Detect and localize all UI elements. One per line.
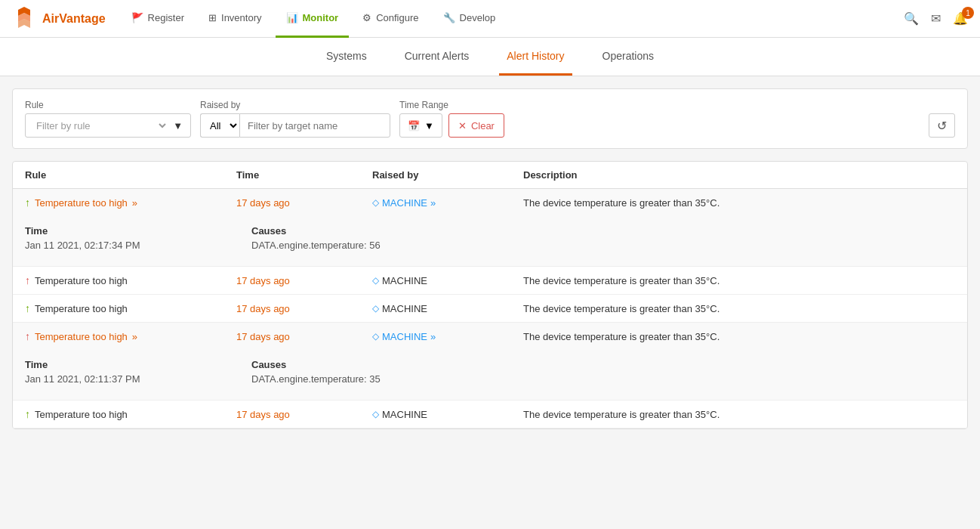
time-cell: 17 days ago [236,303,372,314]
diamond-icon: ◇ [372,197,379,208]
time-cell: 17 days ago [236,275,372,286]
rule-cell: ↑ Temperature too high » [25,330,236,342]
tab-current-alerts[interactable]: Current Alerts [397,38,477,76]
table-row: ↑ Temperature too high 17 days ago ◇ MAC… [13,267,967,295]
description-cell: The device temperature is greater than 3… [523,275,955,286]
refresh-button[interactable]: ↺ [929,113,955,138]
description-cell: The device temperature is greater than 3… [523,197,955,209]
raised-by-cell: ◇ MACHINE [372,409,523,420]
alert-up-icon: ↑ [25,330,30,342]
nav-inventory[interactable]: ⊞ Inventory [198,0,272,38]
rule-plain: ↑ Temperature too high [25,274,236,286]
nav-monitor[interactable]: 📊 Monitor [276,0,350,38]
col-description: Description [523,169,955,181]
raised-by-filter-group: Raised by All [200,100,390,138]
alert-up-icon: ↑ [25,302,30,314]
machine-link[interactable]: ◇ MACHINE » [372,197,523,209]
diamond-icon: ◇ [372,303,379,314]
notification-bell[interactable]: 🔔 1 [953,11,968,26]
rule-filter-label: Rule [25,100,191,110]
machine-plain: ◇ MACHINE [372,303,523,314]
table-row-main: ↑ Temperature too high » 17 days ago ◇ M… [13,189,967,216]
chart-icon: 📊 [286,12,298,23]
time-cell: 17 days ago [236,331,372,342]
refresh-icon: ↺ [937,119,947,133]
nav-items: 🚩 Register ⊞ Inventory 📊 Monitor ⚙ Confi… [121,0,904,38]
rule-filter-select[interactable]: Filter by rule ▼ [25,113,191,138]
clear-button[interactable]: ✕ Clear [448,113,504,138]
machine-link[interactable]: ◇ MACHINE » [372,331,523,342]
description-cell: The device temperature is greater than 3… [523,331,955,342]
table-row: ↑ Temperature too high 17 days ago ◇ MAC… [13,295,967,323]
time-cell: 17 days ago [236,197,372,209]
time-range-controls: 📅 ▼ ✕ Clear [399,113,504,138]
col-rule: Rule [25,169,236,181]
table-row-expanded: Time Jan 11 2021, 02:11:37 PM Causes DAT… [13,350,967,400]
table-row: ↑ Temperature too high » 17 days ago ◇ M… [13,189,967,267]
mail-icon[interactable]: ✉ [931,11,941,26]
raised-by-cell: ◇ MACHINE » [372,331,523,342]
search-icon[interactable]: 🔍 [904,11,919,26]
machine-plain: ◇ MACHINE [372,409,523,420]
description-cell: The device temperature is greater than 3… [523,303,955,314]
rule-cell: ↑ Temperature too high [25,274,236,286]
logo[interactable]: AirVantage [12,7,106,31]
raised-by-cell: ◇ MACHINE [372,275,523,286]
calendar-icon: 📅 [408,120,420,131]
alert-up-icon: ↑ [25,196,30,209]
alert-up-icon: ↑ [25,408,30,420]
raised-by-dropdown[interactable]: All [200,113,239,138]
logo-text: AirVantage [42,12,106,26]
nav-develop[interactable]: 🔧 Develop [433,0,507,38]
rule-cell: ↑ Temperature too high [25,302,236,314]
table-row-main: ↑ Temperature too high 17 days ago ◇ MAC… [13,295,967,322]
raised-by-cell: ◇ MACHINE [372,303,523,314]
diamond-icon: ◇ [372,275,379,286]
calendar-chevron-icon: ▼ [424,120,434,131]
flag-icon: 🚩 [131,12,143,23]
grid-icon: ⊞ [208,12,217,23]
dropdown-chevron-icon: ▼ [173,120,183,131]
table-row: ↑ Temperature too high » 17 days ago ◇ M… [13,323,967,401]
wrench-icon: 🔧 [443,12,455,23]
description-cell: The device temperature is greater than 3… [523,409,955,420]
rule-cell: ↑ Temperature too high [25,408,236,420]
expanded-time-section: Time Jan 11 2021, 02:11:37 PM [25,356,236,388]
raised-by-label: Raised by [200,100,390,110]
expanded-causes-section: Causes DATA.engine.temperature: 35 [251,356,955,388]
alert-history-table: Rule Time Raised by Description ↑ Temper… [12,161,968,429]
table-row-expanded: Time Jan 11 2021, 02:17:34 PM Causes DAT… [13,216,967,266]
expanded-causes-section: Causes DATA.engine.temperature: 56 [251,222,955,254]
gear-icon: ⚙ [362,12,371,23]
tab-alert-history[interactable]: Alert History [499,38,572,76]
time-range-label: Time Range [399,100,504,110]
table-row-main: ↑ Temperature too high 17 days ago ◇ MAC… [13,267,967,294]
raised-by-cell: ◇ MACHINE » [372,197,523,209]
diamond-icon: ◇ [372,409,379,419]
filter-bar: Rule Filter by rule ▼ Raised by All Time… [12,88,968,149]
rule-link[interactable]: ↑ Temperature too high » [25,196,236,209]
top-navigation: AirVantage 🚩 Register ⊞ Inventory 📊 Moni… [0,0,980,38]
tab-systems[interactable]: Systems [319,38,374,76]
calendar-button[interactable]: 📅 ▼ [399,113,442,138]
rule-cell: ↑ Temperature too high » [25,196,236,209]
nav-register[interactable]: 🚩 Register [121,0,195,38]
col-raised-by: Raised by [372,169,523,181]
rule-plain: ↑ Temperature too high [25,408,236,420]
main-content: Rule Filter by rule ▼ Raised by All Time… [0,76,980,441]
table-row-main: ↑ Temperature too high 17 days ago ◇ MAC… [13,401,967,428]
nav-configure[interactable]: ⚙ Configure [352,0,429,38]
rule-link[interactable]: ↑ Temperature too high » [25,330,236,342]
rule-dropdown[interactable]: Filter by rule [33,119,168,132]
machine-plain: ◇ MACHINE [372,275,523,286]
nav-right: 🔍 ✉ 🔔 1 [904,11,968,26]
tab-operations[interactable]: Operations [595,38,661,76]
rule-filter-group: Rule Filter by rule ▼ [25,100,191,138]
alert-up-icon: ↑ [25,274,30,286]
rule-plain: ↑ Temperature too high [25,302,236,314]
raised-by-controls: All [200,113,390,138]
time-range-group: Time Range 📅 ▼ ✕ Clear [399,100,504,138]
col-time: Time [236,169,372,181]
diamond-icon: ◇ [372,331,379,342]
raised-by-input[interactable] [239,113,390,138]
